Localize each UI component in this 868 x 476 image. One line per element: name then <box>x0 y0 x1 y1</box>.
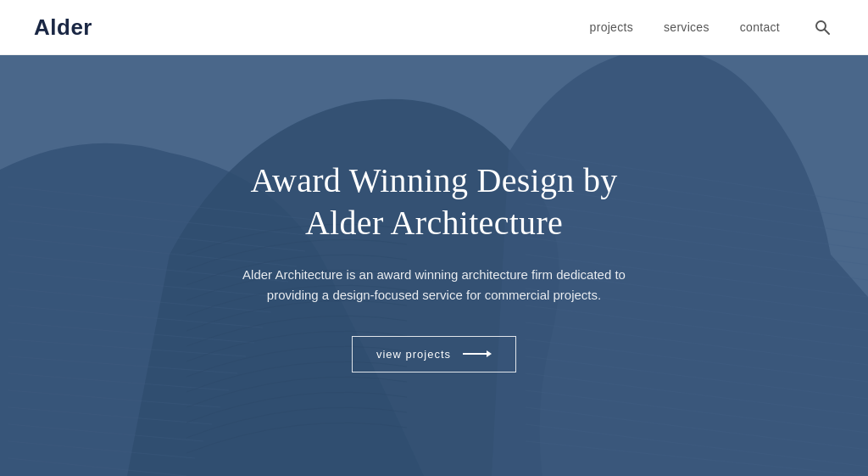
hero-subtitle: Alder Architecture is an award winning a… <box>231 265 637 305</box>
search-button[interactable] <box>810 15 834 39</box>
site-header: Alder projects services contact <box>0 0 868 55</box>
hero-section: Award Winning Design by Alder Architectu… <box>0 0 868 476</box>
nav-services[interactable]: services <box>664 20 709 34</box>
nav-projects[interactable]: projects <box>590 20 633 34</box>
search-icon <box>814 19 831 36</box>
hero-title: Award Winning Design by Alder Architectu… <box>214 160 654 244</box>
cta-label: view projects <box>376 348 451 361</box>
hero-content: Award Winning Design by Alder Architectu… <box>0 0 868 476</box>
view-projects-button[interactable]: view projects <box>352 336 516 372</box>
svg-line-37 <box>825 30 829 34</box>
main-nav: projects services contact <box>590 15 834 39</box>
site-logo[interactable]: Alder <box>34 14 92 41</box>
nav-contact[interactable]: contact <box>740 20 780 34</box>
arrow-icon <box>463 350 492 357</box>
